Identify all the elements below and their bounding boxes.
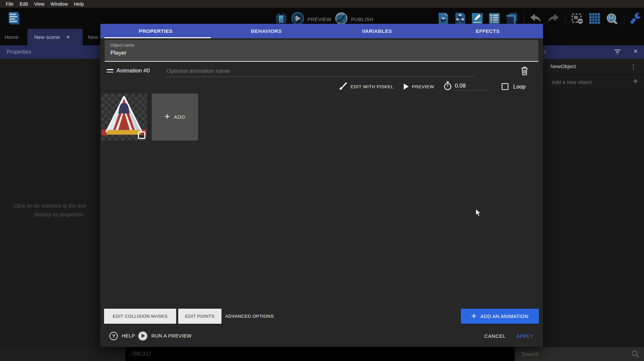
dialog-tab-behaviors[interactable]: BEHAVIORS [211, 24, 322, 38]
help-button[interactable]: ? HELP [109, 327, 135, 344]
menu-file[interactable]: File [3, 1, 16, 7]
gdevelop-window: File Edit View Window Help [0, 0, 644, 361]
add-frame-plus-icon: + [164, 111, 170, 122]
animation-preview-button[interactable]: PREVIEW [404, 84, 434, 90]
dialog-tab-variables[interactable]: VARIABLES [322, 24, 433, 38]
edit-collision-masks-label: EDIT COLLISION MASKS [113, 314, 167, 319]
redo-icon[interactable] [547, 13, 559, 25]
toolbar-separator [524, 13, 524, 25]
object-list-item[interactable]: NewObject ⋮ [540, 59, 644, 74]
grid-icon[interactable] [589, 12, 600, 26]
drag-handle-icon[interactable] [107, 69, 113, 72]
cancel-label: CANCEL [484, 333, 506, 339]
search-icon[interactable] [631, 350, 639, 359]
frame-select-checkbox[interactable] [138, 132, 145, 139]
publish-label: PUBLISH [351, 16, 373, 22]
play-icon [404, 84, 409, 90]
stopwatch-icon [443, 81, 452, 92]
edit-collision-masks-button[interactable]: EDIT COLLISION MASKS [104, 309, 176, 324]
object-item-menu-icon[interactable]: ⋮ [630, 63, 637, 70]
menu-help[interactable]: Help [71, 1, 87, 7]
tab-home-label: Home [5, 34, 18, 40]
zoom-1-1-glyph: 1:1 [609, 16, 613, 20]
sprite-frame-thumbnail[interactable] [101, 94, 147, 141]
active-tab-indicator [104, 37, 211, 38]
search-bar [515, 347, 644, 361]
objects-panel-title-fragment: s [544, 49, 546, 55]
advanced-options-button[interactable]: ADVANCED OPTIONS [225, 309, 274, 324]
scene-canvas-strip: 789;317 [126, 347, 515, 361]
brush-icon [339, 82, 347, 92]
add-new-object-label: Add a new object [552, 79, 592, 85]
apply-button[interactable]: APPLY [516, 327, 533, 344]
dialog-tab-effects[interactable]: EFFECTS [432, 24, 543, 38]
add-object-plus-icon: + [633, 76, 638, 86]
time-between-frames-value[interactable]: 0.08 [455, 83, 488, 91]
search-input[interactable] [522, 347, 622, 361]
loop-label: Loop [513, 84, 526, 90]
object-name-label: Object name [110, 43, 134, 48]
add-new-object-row[interactable]: Add a new object + [540, 74, 644, 90]
add-an-animation-button[interactable]: + ADD AN ANIMATION [461, 309, 539, 324]
objects-panel-header: s ✕ [540, 45, 644, 59]
menu-window[interactable]: Window [48, 1, 71, 7]
tab-new-scene-label: New scene [34, 34, 60, 40]
add-frame-label: ADD [174, 114, 185, 120]
animation-preview-label: PREVIEW [412, 84, 434, 89]
objects-panel-close-icon[interactable]: ✕ [633, 48, 638, 55]
zoom-1-1-icon[interactable]: 1:1 [606, 13, 618, 25]
object-name-field[interactable]: Object name Player [105, 40, 538, 62]
run-preview-play-icon [138, 331, 147, 341]
tab-home[interactable]: Home [0, 29, 27, 45]
object-item-name: NewObject [550, 63, 576, 69]
properties-empty-message-line2: display its properties [35, 212, 84, 218]
edit-with-piskel-button[interactable]: EDIT WITH PISKEL [339, 82, 394, 92]
time-between-frames-field[interactable]: 0.08 [443, 81, 488, 92]
menu-edit[interactable]: Edit [16, 1, 31, 7]
tools-icon[interactable] [630, 12, 641, 26]
loop-toggle[interactable]: Loop [502, 83, 526, 90]
run-a-preview-button[interactable]: RUN A PREVIEW [138, 327, 192, 344]
add-an-animation-label: ADD AN ANIMATION [481, 314, 529, 319]
toolbar-separator [565, 13, 565, 25]
tab-close-icon[interactable]: ✕ [66, 34, 70, 40]
undo-icon[interactable] [530, 13, 542, 25]
menu-bar: File Edit View Window Help [0, 0, 644, 8]
mask-selection-icon[interactable] [571, 12, 583, 26]
properties-panel-title: Properties [7, 49, 31, 55]
preview-label: PREVIEW [307, 16, 331, 22]
edit-points-button[interactable]: EDIT POINTS [178, 309, 221, 324]
help-icon: ? [109, 332, 118, 340]
toolbar-separator [624, 13, 624, 25]
properties-empty-message-line1: Click on an instance in the sce [13, 203, 86, 209]
add-animation-plus-icon: + [471, 311, 476, 321]
edit-with-piskel-label: EDIT WITH PISKEL [351, 84, 394, 89]
add-frame-tile[interactable]: + ADD [152, 94, 198, 141]
animation-name-input[interactable] [166, 65, 475, 77]
dialog-tab-bar: PROPERTIES BEHAVIORS VARIABLES EFFECTS [100, 24, 543, 38]
dialog-actions-row: ? HELP RUN A PREVIEW CANCEL APPLY [100, 327, 543, 344]
object-editor-dialog: PROPERTIES BEHAVIORS VARIABLES EFFECTS O… [100, 24, 543, 347]
cursor-coordinates: 789;317 [132, 351, 151, 357]
menu-view[interactable]: View [31, 1, 47, 7]
filter-icon[interactable] [614, 49, 621, 57]
edit-points-label: EDIT POINTS [185, 314, 215, 319]
dialog-tab-properties[interactable]: PROPERTIES [100, 24, 211, 38]
loop-checkbox-icon[interactable] [502, 83, 508, 90]
help-label: HELP [122, 333, 135, 339]
bottom-left-panel-strip [0, 347, 126, 361]
tab-new-partial-label: New [88, 34, 98, 40]
animation-controls-row: EDIT WITH PISKEL PREVIEW 0.08 [100, 80, 543, 94]
objects-panel: s ✕ NewObject ⋮ Add a new object + [540, 45, 644, 361]
cancel-button[interactable]: CANCEL [484, 327, 506, 344]
tab-new-scene[interactable]: New scene ✕ [28, 29, 83, 45]
animation-header-row: Animation #0 [100, 65, 543, 78]
advanced-options-label: ADVANCED OPTIONS [225, 314, 274, 319]
delete-animation-icon[interactable] [520, 65, 529, 78]
object-name-value: Player [110, 50, 127, 56]
animation-title: Animation #0 [116, 67, 150, 74]
apply-label: APPLY [516, 333, 533, 339]
run-a-preview-label: RUN A PREVIEW [151, 333, 192, 339]
project-manager-icon[interactable] [7, 10, 22, 26]
